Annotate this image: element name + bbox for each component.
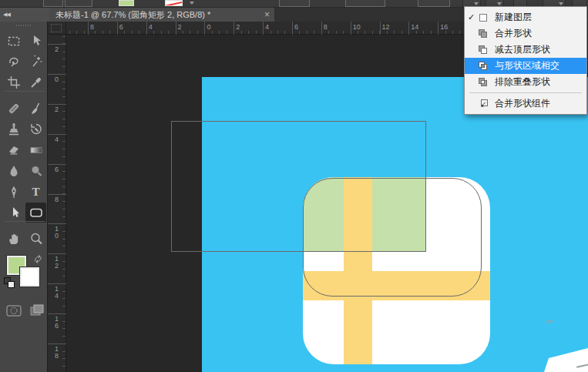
path-selection-tool[interactable] bbox=[3, 203, 24, 223]
quick-mask-button[interactable] bbox=[5, 303, 23, 317]
magic-wand-tool[interactable] bbox=[25, 52, 46, 72]
zoom-tool[interactable] bbox=[25, 229, 46, 249]
stroke-options-arrow-icon[interactable] bbox=[190, 2, 194, 5]
rounded-rectangle-tool[interactable] bbox=[25, 203, 46, 223]
subtract-front-shape-icon bbox=[478, 44, 489, 55]
gradient-tool[interactable] bbox=[25, 140, 46, 160]
brush-tool[interactable] bbox=[25, 99, 46, 119]
eraser-tool[interactable] bbox=[3, 140, 24, 160]
pen-tool[interactable] bbox=[3, 182, 24, 202]
stroke-width-box[interactable] bbox=[279, 0, 310, 7]
swap-colors-icon[interactable] bbox=[33, 253, 43, 267]
tool-group-separator bbox=[5, 221, 45, 222]
panel-grip-icon[interactable] bbox=[16, 25, 32, 26]
combine-shapes-icon bbox=[478, 28, 489, 39]
menu-separator bbox=[469, 92, 582, 93]
path-operations-menu: ✓ 新建图层 合并形状 减去顶层形状 与形状区域相交 排除重叠形状 bbox=[464, 6, 587, 115]
spot-healing-brush-tool[interactable] bbox=[3, 99, 24, 119]
height-field-box[interactable] bbox=[418, 0, 450, 7]
menu-item-exclude-overlapping-shapes[interactable]: 排除重叠形状 bbox=[465, 74, 586, 90]
exclude-overlapping-shapes-icon bbox=[478, 76, 489, 88]
shape-mode-box[interactable] bbox=[65, 0, 92, 7]
tools-panel: T bbox=[0, 22, 48, 372]
intersect-shape-areas-icon bbox=[478, 60, 489, 72]
move-tool[interactable] bbox=[25, 31, 46, 51]
screen-mode-button[interactable] bbox=[28, 303, 46, 317]
type-tool-glyph: T bbox=[32, 186, 39, 199]
width-field-box[interactable] bbox=[345, 0, 385, 7]
menu-item-new-layer[interactable]: ✓ 新建图层 bbox=[465, 9, 586, 25]
menu-item-label: 与形状区域相交 bbox=[495, 59, 559, 72]
document-tab[interactable]: 未标题-1 @ 67.7% (圆角矩形 2, RGB/8) * × bbox=[49, 8, 274, 22]
collapse-panels-button[interactable]: ◀◀ bbox=[0, 8, 49, 22]
merge-shape-components-icon bbox=[478, 98, 489, 109]
shape-fill-swatch[interactable] bbox=[119, 0, 134, 6]
crop-tool[interactable] bbox=[3, 72, 24, 92]
default-colors-icon[interactable] bbox=[4, 277, 16, 290]
color-widget bbox=[0, 253, 48, 299]
menu-item-label: 排除重叠形状 bbox=[495, 75, 550, 89]
eyedropper-tool[interactable] bbox=[25, 72, 46, 92]
tool-preset-box[interactable] bbox=[43, 0, 63, 7]
ruler-origin-corner[interactable] bbox=[48, 22, 66, 35]
menu-item-combine-shapes[interactable]: 合并形状 bbox=[465, 25, 586, 42]
lasso-tool[interactable] bbox=[3, 52, 24, 72]
hand-tool[interactable] bbox=[3, 229, 24, 249]
menu-item-subtract-front-shape[interactable]: 减去顶层形状 bbox=[465, 42, 586, 58]
menu-item-merge-shape-components[interactable]: 合并形状组件 bbox=[465, 96, 586, 112]
checkmark-icon: ✓ bbox=[465, 12, 478, 22]
rectangle-path-outline bbox=[171, 121, 426, 252]
type-tool[interactable]: T bbox=[25, 182, 46, 202]
background-color-swatch[interactable] bbox=[20, 267, 39, 287]
menu-item-label: 合并形状组件 bbox=[495, 97, 550, 110]
clone-stamp-tool[interactable] bbox=[3, 119, 24, 139]
menu-item-label: 新建图层 bbox=[495, 11, 532, 24]
new-layer-icon bbox=[478, 12, 489, 23]
document-tab-title: 未标题-1 @ 67.7% (圆角矩形 2, RGB/8) * bbox=[55, 10, 210, 19]
tab-close-icon[interactable]: × bbox=[264, 8, 270, 22]
blur-tool[interactable] bbox=[3, 161, 24, 181]
dodge-tool[interactable] bbox=[25, 161, 46, 181]
history-brush-tool[interactable] bbox=[25, 119, 46, 139]
menu-item-label: 减去顶层形状 bbox=[495, 43, 550, 56]
tool-group-separator bbox=[5, 91, 45, 92]
rectangular-marquee-tool[interactable] bbox=[3, 31, 24, 51]
photoshop-window: ◀◀ 未标题-1 @ 67.7% (圆角矩形 2, RGB/8) * × 864… bbox=[0, 0, 588, 372]
shape-stroke-swatch[interactable] bbox=[165, 0, 183, 6]
menu-item-intersect-shape-areas[interactable]: 与形状区域相交 bbox=[465, 58, 586, 74]
menu-item-label: 合并形状 bbox=[495, 27, 532, 40]
ruler-vertical[interactable]: 2024681012141618 bbox=[48, 35, 66, 372]
